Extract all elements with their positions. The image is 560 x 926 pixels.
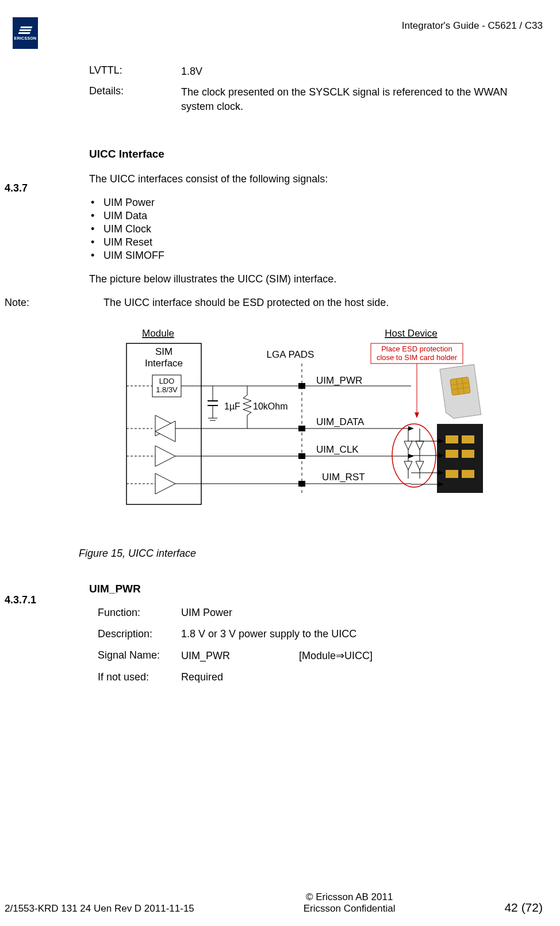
note-text: The UICC interface should be ESD protect…	[89, 297, 543, 309]
footer-left: 2/1553-KRD 131 24 Uen Rev D 2011-11-15	[5, 903, 194, 914]
ericsson-logo: ERICSSON	[13, 17, 38, 49]
function-value: UIM Power	[181, 607, 543, 619]
svg-rect-53	[446, 470, 458, 478]
svg-rect-49	[446, 435, 458, 443]
doc-title: Integrator's Guide - C5621 / C33	[402, 20, 543, 32]
signal-label: Signal Name:	[98, 649, 181, 662]
note-row: Note: The UICC interface should be ESD p…	[0, 297, 543, 309]
footer-page-number: 42 (72)	[504, 901, 543, 914]
signal-value: UIM_PWR [Module⇒UICC]	[181, 649, 543, 662]
footer-center: © Ericsson AB 2011 Ericsson Confidential	[304, 891, 396, 914]
description-value: 1.8 V or 3 V power supply to the UICC	[181, 628, 543, 640]
sim-if-label-1: SIM	[155, 346, 172, 357]
svg-marker-41	[416, 441, 424, 450]
details-row: Details: The clock presented on the SYSC…	[89, 85, 543, 113]
svg-rect-48	[437, 424, 483, 493]
svg-marker-8	[155, 446, 175, 466]
lvttl-row: LVTTL: 1.8V	[89, 64, 543, 78]
svg-rect-54	[462, 470, 474, 478]
svg-marker-42	[416, 461, 424, 470]
svg-marker-31	[408, 454, 414, 458]
signal-list: UIM Power UIM Data UIM Clock UIM Reset U…	[103, 197, 543, 262]
page-footer: 2/1553-KRD 131 24 Uen Rev D 2011-11-15 ©…	[0, 891, 560, 914]
esd-label-1: Place ESD protection	[381, 345, 452, 353]
svg-rect-51	[446, 450, 458, 458]
svg-rect-50	[462, 435, 474, 443]
ifnot-label: If not used:	[98, 671, 181, 683]
details-label: Details:	[89, 85, 181, 113]
sim-if-label-2: Interface	[145, 358, 183, 369]
svg-marker-35	[415, 412, 419, 418]
module-label: Module	[142, 328, 174, 339]
ifnot-row: If not used: Required	[98, 671, 543, 683]
section-post: The picture below illustrates the UICC (…	[89, 272, 543, 286]
sig-rst-label: UIM_RST	[322, 472, 365, 483]
svg-rect-15	[298, 383, 305, 389]
list-item: UIM SIMOFF	[103, 250, 543, 262]
uicc-diagram: Module Host Device SIM Interface LDO 1.8…	[89, 326, 543, 525]
description-row: Description: 1.8 V or 3 V power supply t…	[98, 628, 543, 640]
list-item: UIM Power	[103, 197, 543, 209]
lvttl-label: LVTTL:	[89, 64, 181, 78]
section-number: 4.3.7	[5, 182, 28, 194]
list-item: UIM Data	[103, 210, 543, 222]
list-item: UIM Reset	[103, 236, 543, 248]
note-label: Note:	[0, 297, 89, 309]
sig-clk-label: UIM_CLK	[316, 444, 359, 455]
svg-rect-18	[298, 481, 305, 487]
ldo-label-1: LDO	[159, 377, 175, 385]
list-item: UIM Clock	[103, 223, 543, 235]
description-label: Description:	[98, 628, 181, 640]
svg-marker-29	[408, 426, 414, 431]
function-label: Function:	[98, 607, 181, 619]
signal-row: Signal Name: UIM_PWR [Module⇒UICC]	[98, 649, 543, 662]
section-title: UICC Interface	[89, 148, 543, 160]
host-label: Host Device	[385, 328, 438, 339]
svg-marker-39	[404, 461, 412, 470]
lvttl-value: 1.8V	[181, 64, 543, 78]
ifnot-value: Required	[181, 671, 543, 683]
cap-label: 1µF	[224, 401, 240, 411]
lga-label: LGA PADS	[267, 349, 314, 360]
svg-marker-38	[404, 441, 412, 450]
function-row: Function: UIM Power	[98, 607, 543, 619]
figure-caption: Figure 15, UICC interface	[79, 548, 543, 560]
subsection-number: 4.3.7.1	[5, 594, 36, 606]
res-label: 10kOhm	[253, 401, 287, 411]
sig-data-label: UIM_DATA	[316, 416, 365, 427]
section-intro: The UICC interfaces consist of the follo…	[89, 172, 543, 186]
esd-label-2: close to SIM card holder	[377, 353, 458, 362]
svg-rect-17	[298, 453, 305, 459]
sig-pwr-label: UIM_PWR	[316, 375, 362, 386]
page-content: LVTTL: 1.8V Details: The clock presented…	[0, 64, 543, 692]
ldo-label-2: 1.8/3V	[156, 385, 178, 394]
svg-rect-43	[450, 377, 471, 396]
svg-rect-52	[462, 450, 474, 458]
svg-rect-16	[298, 426, 305, 431]
details-value: The clock presented on the SYSCLK signal…	[181, 85, 543, 113]
svg-marker-11	[155, 473, 175, 494]
subsection-title: UIM_PWR	[89, 583, 543, 595]
